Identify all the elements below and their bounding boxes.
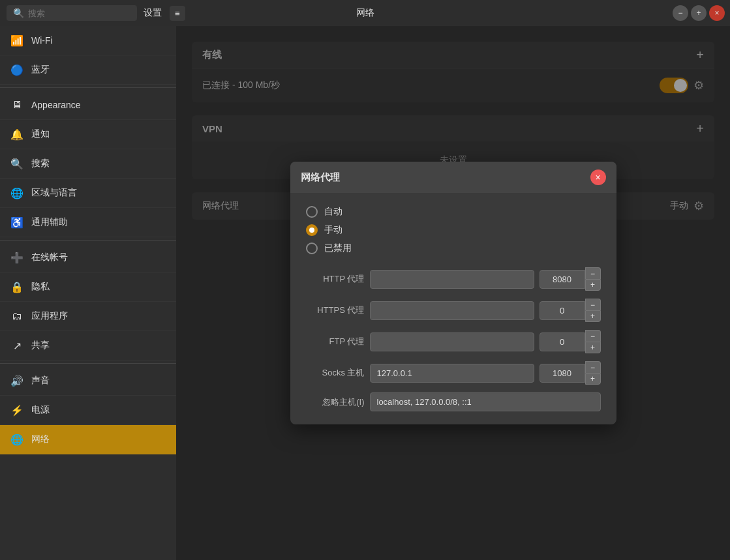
http-port-input[interactable] [540, 270, 585, 289]
modal-close-button[interactable]: × [590, 169, 606, 185]
ftp-port-decrement[interactable]: − [585, 330, 601, 342]
sidebar-label-appearance: Appearance [31, 100, 81, 110]
http-port-decrement[interactable]: − [585, 267, 601, 279]
sidebar-label-applications: 应用程序 [31, 310, 68, 322]
https-proxy-row: HTTPS 代理 − + [306, 299, 601, 322]
radio-disabled-circle [306, 243, 318, 254]
radio-manual-label: 手动 [324, 224, 342, 236]
accessibility-icon: ♿ [10, 216, 23, 229]
https-host-input[interactable] [370, 301, 534, 320]
ignore-hosts-input[interactable] [370, 392, 601, 411]
ignore-hosts-row: 忽略主机(I) [306, 392, 601, 411]
https-port-input[interactable] [540, 301, 585, 320]
socks-proxy-row: Socks 主机 − + [306, 361, 601, 385]
radio-disabled-label: 已禁用 [324, 243, 352, 254]
modal-body: 自动 手动 已禁用 [290, 193, 616, 424]
online-accounts-icon: ➕ [10, 251, 23, 264]
radio-auto[interactable]: 自动 [306, 206, 601, 218]
socks-port-increment[interactable]: + [585, 373, 601, 385]
settings-title: 设置 [144, 7, 162, 19]
http-host-input[interactable] [370, 270, 534, 289]
ftp-host-input[interactable] [370, 332, 534, 351]
page-title: 网络 [356, 7, 374, 19]
sidebar-item-online-accounts[interactable]: ➕ 在线帐号 [0, 243, 176, 273]
https-port-group: − + [540, 299, 601, 322]
sidebar-item-accessibility[interactable]: ♿ 通用辅助 [0, 208, 176, 237]
https-port-increment[interactable]: + [585, 310, 601, 322]
sidebar-item-applications[interactable]: 🗂 应用程序 [0, 302, 176, 331]
main-layout: 📶 Wi-Fi 🔵 蓝牙 🖥 Appearance 🔔 通知 🔍 搜索 🌐 区域… [0, 26, 730, 560]
sidebar-item-appearance[interactable]: 🖥 Appearance [0, 91, 176, 120]
sidebar-item-region[interactable]: 🌐 区域与语言 [0, 179, 176, 208]
sidebar-label-privacy: 隐私 [31, 281, 50, 293]
http-stepper: − + [585, 267, 601, 291]
sidebar-item-privacy[interactable]: 🔒 隐私 [0, 273, 176, 302]
sidebar-label-sound: 声音 [31, 375, 50, 387]
sidebar-label-power: 电源 [31, 404, 50, 416]
socks-proxy-label: Socks 主机 [306, 367, 365, 379]
search-input[interactable] [28, 8, 130, 18]
minimize-button[interactable]: − [673, 5, 688, 21]
network-icon: 🌐 [10, 433, 23, 446]
notifications-icon: 🔔 [10, 128, 23, 141]
search-bar[interactable]: 🔍 [7, 5, 137, 21]
radio-manual-circle [306, 224, 318, 236]
titlebar: 🔍 设置 ≡ 网络 − + × [0, 0, 730, 26]
socks-port-input[interactable] [540, 364, 585, 383]
privacy-icon: 🔒 [10, 280, 23, 293]
socks-stepper: − + [585, 361, 601, 385]
radio-auto-circle [306, 206, 318, 218]
search-icon: 🔍 [13, 8, 24, 18]
ignore-hosts-label: 忽略主机(I) [306, 396, 365, 408]
sharing-icon: ↗ [10, 339, 23, 352]
network-proxy-modal: 网络代理 × 自动 手动 [290, 162, 616, 424]
sound-icon: 🔊 [10, 374, 23, 387]
radio-disabled[interactable]: 已禁用 [306, 243, 601, 254]
http-proxy-row: HTTP 代理 − + [306, 267, 601, 291]
sidebar-label-sharing: 共享 [31, 340, 50, 351]
menu-button[interactable]: ≡ [170, 6, 185, 21]
https-stepper: − + [585, 299, 601, 322]
ftp-proxy-row: FTP 代理 − + [306, 330, 601, 353]
ftp-stepper: − + [585, 330, 601, 353]
sidebar-item-network[interactable]: 🌐 网络 [0, 425, 176, 454]
socks-host-input[interactable] [370, 364, 534, 383]
sidebar-item-bluetooth[interactable]: 🔵 蓝牙 [0, 55, 176, 85]
sidebar: 📶 Wi-Fi 🔵 蓝牙 🖥 Appearance 🔔 通知 🔍 搜索 🌐 区域… [0, 26, 176, 560]
proxy-radio-group: 自动 手动 已禁用 [306, 206, 601, 254]
search-sidebar-icon: 🔍 [10, 157, 23, 170]
applications-icon: 🗂 [10, 310, 23, 323]
bluetooth-icon: 🔵 [10, 63, 23, 76]
power-icon: ⚡ [10, 404, 23, 417]
ftp-port-increment[interactable]: + [585, 342, 601, 353]
sidebar-item-search[interactable]: 🔍 搜索 [0, 149, 176, 179]
wifi-icon: 📶 [10, 34, 23, 47]
http-proxy-label: HTTP 代理 [306, 273, 365, 285]
maximize-button[interactable]: + [691, 5, 707, 21]
sidebar-item-sharing[interactable]: ↗ 共享 [0, 331, 176, 361]
sidebar-label-accessibility: 通用辅助 [31, 216, 68, 228]
https-proxy-label: HTTPS 代理 [306, 304, 365, 316]
modal-header: 网络代理 × [290, 162, 616, 193]
proxy-form: HTTP 代理 − + HT [306, 267, 601, 411]
sidebar-label-bluetooth: 蓝牙 [31, 64, 50, 76]
ftp-port-input[interactable] [540, 332, 585, 351]
https-port-decrement[interactable]: − [585, 299, 601, 310]
radio-auto-label: 自动 [324, 206, 342, 218]
sidebar-item-notifications[interactable]: 🔔 通知 [0, 120, 176, 149]
socks-port-group: − + [540, 361, 601, 385]
modal-overlay: 网络代理 × 自动 手动 [176, 26, 730, 560]
sidebar-label-notifications: 通知 [31, 128, 50, 140]
sidebar-label-region: 区域与语言 [31, 187, 77, 199]
window-controls: − + × [673, 5, 725, 21]
modal-title: 网络代理 [301, 171, 340, 184]
sidebar-item-wifi[interactable]: 📶 Wi-Fi [0, 26, 176, 55]
radio-manual[interactable]: 手动 [306, 224, 601, 236]
sidebar-item-power[interactable]: ⚡ 电源 [0, 396, 176, 425]
sidebar-label-network: 网络 [31, 434, 50, 445]
http-port-increment[interactable]: + [585, 279, 601, 291]
socks-port-decrement[interactable]: − [585, 361, 601, 373]
close-button[interactable]: × [709, 5, 725, 21]
sidebar-item-sound[interactable]: 🔊 声音 [0, 366, 176, 396]
sidebar-label-search: 搜索 [31, 158, 50, 169]
